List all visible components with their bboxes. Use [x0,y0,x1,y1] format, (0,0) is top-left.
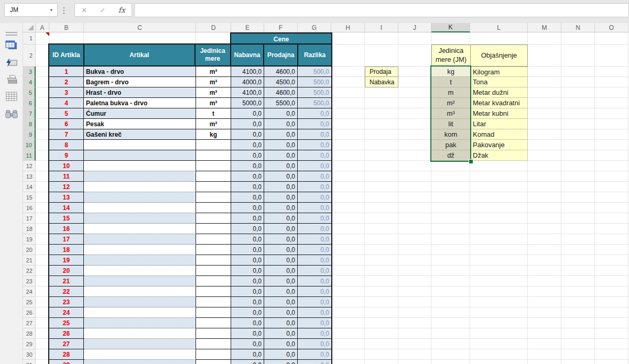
column-header-G[interactable]: G [298,23,331,32]
row-header-20[interactable]: 20 [23,245,36,255]
row-header-31[interactable]: 31 [23,360,36,364]
id-cell[interactable]: 20 [49,266,84,276]
row-header-13[interactable]: 13 [23,171,36,182]
jedinica-mere-cell[interactable] [196,192,231,203]
nabavna-cell[interactable]: 0,0 [231,129,264,140]
nabavna-cell[interactable]: 0,0 [231,276,264,286]
nabavna-cell[interactable]: 0,0 [231,307,264,318]
jedinica-mere-cell[interactable] [196,161,231,171]
razlika-cell[interactable]: 0,0 [298,171,331,182]
row-header-23[interactable]: 23 [23,276,36,286]
worksheet-icon[interactable] [5,39,18,51]
jedinica-mere-cell[interactable] [196,213,231,224]
prodajna-cell[interactable]: 0,0 [264,108,298,119]
artikal-cell[interactable] [84,140,196,150]
id-cell[interactable]: 4 [49,98,84,108]
id-cell[interactable]: 24 [49,307,84,318]
prodajna-cell[interactable]: 0,0 [264,328,298,339]
prodajna-cell[interactable]: 0,0 [264,140,298,150]
id-cell[interactable]: 11 [49,171,84,182]
artikal-cell[interactable] [84,203,196,213]
artikal-cell[interactable] [84,245,196,255]
nabavna-cell[interactable]: 0,0 [231,182,264,192]
prodajna-cell[interactable]: 0,0 [264,349,298,360]
nabavna-cell[interactable]: 0,0 [231,286,264,297]
id-cell[interactable]: 25 [49,318,84,328]
row-header-11[interactable]: 11 [23,150,36,161]
column-header-O[interactable]: O [595,23,628,32]
row-header-10[interactable]: 10 [23,140,36,150]
artikal-cell[interactable] [84,339,196,349]
razlika-cell[interactable]: 0,0 [298,129,331,140]
jedinica-mere-cell[interactable] [196,171,231,182]
row-header-27[interactable]: 27 [23,318,36,328]
id-cell[interactable]: 16 [49,224,84,234]
razlika-cell[interactable]: 0,0 [298,213,331,224]
razlika-cell[interactable]: 0,0 [298,108,331,119]
id-cell[interactable]: 28 [49,349,84,360]
column-header-H[interactable]: H [331,23,365,32]
prodajna-cell[interactable]: 0,0 [264,318,298,328]
nabavna-cell[interactable]: 0,0 [231,192,264,203]
nabavna-cell[interactable]: 0,0 [231,150,264,161]
id-cell[interactable]: 3 [49,87,84,98]
header-cell-nabavna[interactable]: Nabavna [231,45,265,65]
id-cell[interactable]: 18 [49,245,84,255]
row-header-25[interactable]: 25 [23,297,36,307]
razlika-cell[interactable]: 500,0 [298,98,331,108]
artikal-cell[interactable] [84,234,196,245]
column-header-K[interactable]: K [431,23,470,32]
column-header-D[interactable]: D [196,23,231,32]
row-header-12[interactable]: 12 [23,161,36,171]
row-header-14[interactable]: 14 [23,182,36,192]
jedinica-mere-cell[interactable]: m³ [196,87,231,98]
razlika-cell[interactable]: 0,0 [298,339,331,349]
id-cell[interactable]: 1 [49,67,84,77]
insert-function-button[interactable]: fx [118,6,125,14]
jm-description-cell[interactable]: Tona [470,77,528,87]
nabavna-cell[interactable]: 5000,0 [231,98,264,108]
jedinica-mere-cell[interactable] [196,140,231,150]
column-header-B[interactable]: B [49,23,84,32]
razlika-cell[interactable]: 0,0 [298,349,331,360]
id-cell[interactable]: 13 [49,192,84,203]
row-header-29[interactable]: 29 [23,339,36,349]
header-cell-artikal[interactable]: Artikal [84,45,196,65]
id-cell[interactable]: 14 [49,203,84,213]
formula-bar-input[interactable] [134,3,629,17]
prodajna-cell[interactable]: 0,0 [264,192,298,203]
artikal-cell[interactable] [84,276,196,286]
id-cell[interactable]: 29 [49,360,84,364]
artikal-cell[interactable] [84,266,196,276]
prodajna-cell[interactable]: 0,0 [264,161,298,171]
razlika-cell[interactable]: 0,0 [298,119,331,129]
id-cell[interactable]: 2 [49,77,84,87]
jedinica-mere-cell[interactable] [196,349,231,360]
id-cell[interactable]: 5 [49,108,84,119]
jedinica-mere-cell[interactable] [196,203,231,213]
prodajna-cell[interactable]: 0,0 [264,255,298,266]
jm-code-cell[interactable]: pak [431,140,470,150]
id-cell[interactable]: 7 [49,129,84,140]
nabavna-cell[interactable]: 0,0 [231,171,264,182]
find-binoculars-icon[interactable] [5,108,18,120]
artikal-cell[interactable] [84,224,196,234]
id-cell[interactable]: 10 [49,161,84,171]
razlika-cell[interactable]: 0,0 [298,140,331,150]
row-header-26[interactable]: 26 [23,307,36,318]
artikal-cell[interactable] [84,360,196,364]
jedinica-mere-cell[interactable] [196,360,231,364]
row-header-21[interactable]: 21 [23,255,36,266]
nabavna-cell[interactable]: 0,0 [231,161,264,171]
jedinica-mere-cell[interactable] [196,339,231,349]
row-header-28[interactable]: 28 [23,328,36,339]
razlika-cell[interactable]: 0,0 [298,203,331,213]
row-header-9[interactable]: 9 [23,129,36,140]
row-header-24[interactable]: 24 [23,286,36,297]
jm-description-cell[interactable]: Metar kubni [470,108,528,119]
jedinica-mere-cell[interactable]: m³ [196,77,231,87]
id-cell[interactable]: 27 [49,339,84,349]
artikal-cell[interactable] [84,286,196,297]
table-grid-icon[interactable] [5,90,18,103]
name-box[interactable]: JM ▼ [4,3,58,17]
